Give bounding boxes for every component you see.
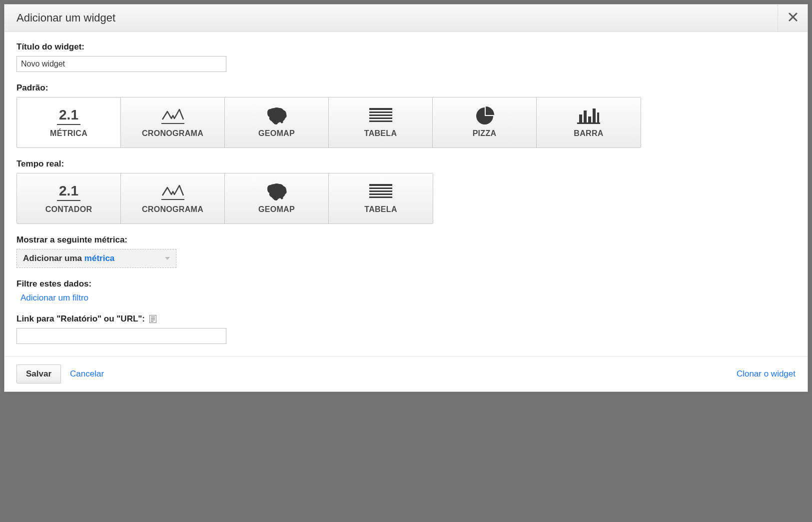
table-icon — [369, 107, 392, 125]
table-icon — [369, 183, 392, 201]
add-widget-dialog: Adicionar um widget Título do widget: Pa… — [4, 4, 808, 392]
metric-picker-link-text: métrica — [84, 254, 114, 263]
widget-type-cronograma[interactable]: CRONOGRAMA — [121, 174, 225, 224]
link-section: Link para "Relatório" ou "URL": — [16, 314, 796, 344]
dialog-body: Título do widget: Padrão: 2.1MÉTRICACRON… — [4, 32, 808, 356]
metric-picker-text: Adicionar uma métrica — [23, 254, 114, 264]
widget-type-label: TABELA — [364, 205, 397, 214]
svg-rect-23 — [151, 321, 153, 322]
filter-section: Filtre estes dados: Adicionar um filtro — [16, 279, 796, 303]
cancel-link[interactable]: Cancelar — [70, 369, 104, 379]
report-icon — [149, 315, 157, 323]
widget-type-metrica[interactable]: 2.1MÉTRICA — [17, 98, 121, 148]
svg-rect-22 — [151, 320, 155, 320]
timeline-icon — [160, 107, 185, 125]
geomap-icon — [264, 107, 289, 125]
realtime-types-section: Tempo real: 2.1CONTADORCRONOGRAMAGEOMAPT… — [16, 159, 796, 224]
widget-type-label: BARRA — [574, 129, 603, 138]
add-filter-link[interactable]: Adicionar um filtro — [20, 293, 88, 302]
metric-label: Mostrar a seguinte métrica: — [16, 235, 796, 245]
svg-rect-17 — [369, 194, 392, 195]
widget-type-label: TABELA — [364, 129, 397, 138]
widget-title-label: Título do widget: — [16, 42, 796, 52]
close-button[interactable] — [778, 4, 808, 32]
realtime-label: Tempo real: — [16, 159, 796, 169]
svg-rect-9 — [584, 110, 587, 122]
clone-widget-link[interactable]: Clonar o widget — [737, 369, 796, 379]
footer-left: Salvar Cancelar — [16, 364, 104, 384]
bar-chart-icon — [577, 107, 600, 125]
save-button[interactable]: Salvar — [16, 364, 61, 384]
metric-picker-prefix: Adicionar uma — [23, 254, 84, 263]
svg-rect-21 — [151, 318, 155, 319]
svg-rect-2 — [369, 112, 392, 113]
widget-type-label: GEOMAP — [258, 129, 295, 138]
svg-rect-4 — [369, 118, 392, 119]
widget-title-input[interactable] — [16, 56, 226, 72]
svg-rect-20 — [151, 316, 155, 318]
metric-picker[interactable]: Adicionar uma métrica — [16, 249, 176, 268]
svg-point-0 — [280, 121, 283, 124]
metric-section: Mostrar a seguinte métrica: Adicionar um… — [16, 235, 796, 268]
svg-rect-5 — [369, 120, 392, 122]
caret-down-icon — [165, 257, 170, 260]
svg-rect-10 — [588, 116, 591, 122]
widget-type-cronograma[interactable]: CRONOGRAMA — [121, 98, 225, 148]
metric-number-icon: 2.1 — [57, 107, 80, 125]
realtime-type-row: 2.1CONTADORCRONOGRAMAGEOMAPTABELA — [16, 173, 433, 224]
widget-type-tabela[interactable]: TABELA — [329, 98, 433, 148]
svg-rect-3 — [369, 114, 392, 116]
svg-rect-7 — [577, 122, 600, 124]
svg-rect-11 — [593, 108, 596, 122]
svg-rect-1 — [369, 108, 392, 110]
close-icon — [789, 12, 798, 24]
widget-type-label: CONTADOR — [45, 205, 92, 214]
widget-type-geomap[interactable]: GEOMAP — [225, 174, 329, 224]
widget-type-contador[interactable]: 2.1CONTADOR — [17, 174, 121, 224]
widget-type-label: PIZZA — [473, 129, 497, 138]
widget-type-tabela[interactable]: TABELA — [329, 174, 433, 224]
standard-label: Padrão: — [16, 83, 796, 93]
widget-type-geomap[interactable]: GEOMAP — [225, 98, 329, 148]
standard-types-section: Padrão: 2.1MÉTRICACRONOGRAMAGEOMAPTABELA… — [16, 83, 796, 148]
widget-type-label: CRONOGRAMA — [142, 129, 203, 138]
widget-type-barra[interactable]: BARRA — [537, 98, 641, 148]
widget-type-label: GEOMAP — [258, 205, 295, 214]
svg-rect-16 — [369, 190, 392, 192]
metric-number-icon: 2.1 — [57, 183, 80, 201]
widget-type-label: CRONOGRAMA — [142, 205, 203, 214]
link-input[interactable] — [16, 328, 226, 344]
geomap-icon — [264, 183, 289, 201]
dialog-title: Adicionar um widget — [16, 12, 115, 24]
timeline-icon — [160, 183, 185, 201]
widget-type-label: MÉTRICA — [50, 129, 87, 138]
dialog-header: Adicionar um widget — [4, 4, 808, 32]
filter-label: Filtre estes dados: — [16, 279, 796, 289]
svg-point-13 — [280, 197, 283, 200]
widget-type-pizza[interactable]: PIZZA — [433, 98, 537, 148]
svg-rect-8 — [579, 114, 582, 122]
pie-chart-icon — [475, 107, 494, 125]
svg-rect-14 — [369, 184, 392, 186]
dialog-footer: Salvar Cancelar Clonar o widget — [4, 356, 808, 392]
svg-rect-12 — [597, 112, 599, 122]
svg-rect-15 — [369, 188, 392, 189]
svg-rect-18 — [369, 196, 392, 198]
widget-title-section: Título do widget: — [16, 42, 796, 72]
link-label: Link para "Relatório" ou "URL": — [16, 314, 145, 324]
standard-type-row: 2.1MÉTRICACRONOGRAMAGEOMAPTABELAPIZZABAR… — [16, 97, 641, 148]
